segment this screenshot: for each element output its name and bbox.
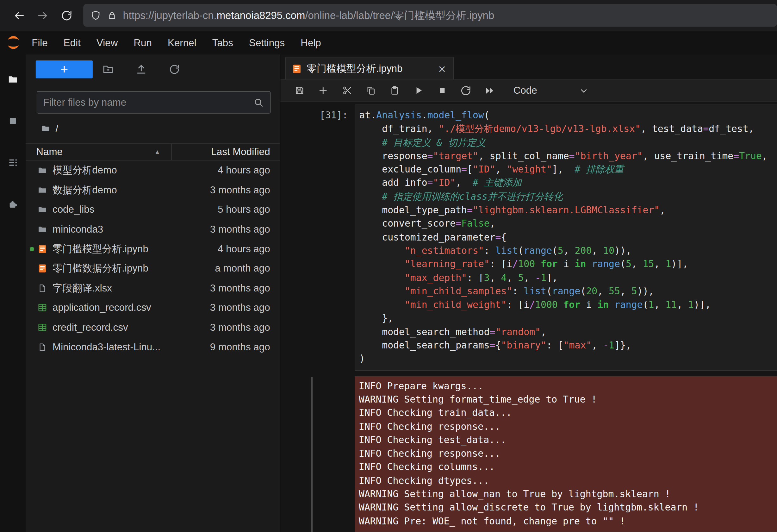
file-list: 模型分析demo4 hours ago数据分析demo3 months agoc… xyxy=(26,161,280,532)
stderr-output: INFO Prepare kwargs...WARNING Setting fo… xyxy=(355,376,777,532)
output-line: INFO Checking response... xyxy=(359,446,773,460)
file-row[interactable]: Miniconda3-latest-Linu...9 months ago xyxy=(26,337,280,357)
sort-by-name-header[interactable]: Name ▲ xyxy=(26,144,172,160)
file-row[interactable]: 数据分析demo3 months ago xyxy=(26,180,280,200)
menu-settings[interactable]: Settings xyxy=(241,31,293,55)
file-row[interactable]: miniconda33 months ago xyxy=(26,220,280,239)
csv-icon xyxy=(36,323,49,332)
file-row[interactable]: code_libs5 hours ago xyxy=(26,200,280,220)
code-line: convert_score=False, xyxy=(359,217,777,230)
notebook-icon xyxy=(292,64,302,74)
file-row[interactable]: 零门槛数据分析.ipynba month ago xyxy=(26,259,280,279)
tracking-shield-icon[interactable] xyxy=(90,10,101,21)
file-list-header: Name ▲ Last Modified xyxy=(26,143,280,161)
new-folder-icon xyxy=(102,63,114,75)
tab-notebook[interactable]: 零门槛模型分析.ipynb × xyxy=(286,58,454,80)
menu-tabs[interactable]: Tabs xyxy=(204,31,241,55)
cut-cells-button[interactable] xyxy=(335,80,359,101)
file-row[interactable]: 零门槛模型分析.ipynb4 hours ago xyxy=(26,239,280,259)
code-line: response="target", split_col_name="birth… xyxy=(359,149,777,163)
filter-files-input[interactable] xyxy=(43,97,253,108)
file-row[interactable]: 字段翻译.xlsx3 months ago xyxy=(26,279,280,298)
code-editor[interactable]: at.Analysis.model_flow( df_train, "./模型分… xyxy=(355,104,777,370)
paste-cells-button[interactable] xyxy=(382,80,406,101)
output-collapser[interactable] xyxy=(311,377,313,532)
sidebar-item-table-of-contents[interactable] xyxy=(0,142,26,184)
menu-file[interactable]: File xyxy=(24,31,56,55)
code-line: model_search_method="random", xyxy=(359,325,777,339)
code-line: "learning_rate": [i/100 for i in range(5… xyxy=(359,257,777,271)
file-name: code_libs xyxy=(52,204,172,216)
file-name: credit_record.csv xyxy=(52,322,172,333)
stop-icon xyxy=(437,86,447,95)
forward-button[interactable] xyxy=(31,3,54,27)
scissors-icon xyxy=(342,85,352,96)
code-line: model_search_params={"binary": ["max", -… xyxy=(359,339,777,352)
stop-square-icon xyxy=(8,116,18,126)
file-row[interactable]: credit_record.csv3 months ago xyxy=(26,318,280,337)
output-line: INFO Checking dtypes... xyxy=(359,474,773,488)
upload-button[interactable] xyxy=(134,61,149,78)
address-bar[interactable]: https://jupyterlab-cn.metanoia8295.com/o… xyxy=(83,4,777,27)
chevron-down-icon xyxy=(579,86,588,95)
restart-run-all-button[interactable] xyxy=(478,80,502,101)
file-name: 零门槛数据分析.ipynb xyxy=(52,262,172,275)
sidebar-item-extensions[interactable] xyxy=(0,184,26,225)
breadcrumb: / xyxy=(26,114,280,143)
main-dock-panel: 零门槛模型分析.ipynb × xyxy=(281,55,777,532)
file-icon xyxy=(36,342,49,352)
back-arrow-icon xyxy=(13,9,25,21)
sidebar-item-filebrowser[interactable] xyxy=(0,59,26,100)
code-cell: [31]: at.Analysis.model_flow( df_train, … xyxy=(281,104,777,370)
save-button[interactable] xyxy=(287,80,311,101)
copy-cells-button[interactable] xyxy=(359,80,382,101)
menu-help[interactable]: Help xyxy=(293,31,329,55)
insert-cell-button[interactable] xyxy=(311,80,335,101)
output-line: WARNING Setting format_time_edge to True… xyxy=(359,393,773,406)
menu-view[interactable]: View xyxy=(89,31,126,55)
lock-icon[interactable] xyxy=(107,10,117,20)
output-line: INFO Prepare kwargs... xyxy=(359,379,773,393)
close-tab-button[interactable]: × xyxy=(435,61,450,76)
tab-title: 零门槛模型分析.ipynb xyxy=(307,62,430,75)
running-kernel-dot xyxy=(28,247,36,251)
menu-edit[interactable]: Edit xyxy=(56,31,89,55)
refresh-button[interactable] xyxy=(54,3,78,27)
jupyter-logo-icon xyxy=(3,32,24,54)
folder-icon xyxy=(7,74,18,85)
back-button[interactable] xyxy=(7,3,31,27)
code-line: model_type_path="lightgbm.sklearn.LGBMCl… xyxy=(359,203,777,217)
execution-count-prompt: [31]: xyxy=(281,104,355,370)
notebook-toolbar: Code xyxy=(281,80,777,102)
output-line: INFO Checking test_data... xyxy=(359,433,773,447)
new-launcher-button[interactable]: + xyxy=(36,61,93,78)
interrupt-kernel-button[interactable] xyxy=(430,80,454,101)
output-line: INFO Checking columns... xyxy=(359,460,773,474)
run-cell-button[interactable] xyxy=(406,80,430,101)
refresh-file-list-button[interactable] xyxy=(167,61,182,78)
url-domain: metanoia8295.com xyxy=(217,9,305,21)
sort-ascending-icon: ▲ xyxy=(154,148,160,155)
file-row[interactable]: application_record.csv3 months ago xyxy=(26,298,280,318)
file-row[interactable]: 模型分析demo4 hours ago xyxy=(26,161,280,180)
breadcrumb-root[interactable]: / xyxy=(56,123,58,134)
new-folder-button[interactable] xyxy=(101,61,115,78)
jupyterlab-window: https://jupyterlab-cn.metanoia8295.com/o… xyxy=(0,0,777,532)
file-modified: 3 months ago xyxy=(172,224,280,235)
output-line: WARNING Setting allow_discrete to True b… xyxy=(359,501,773,514)
save-icon xyxy=(294,85,305,96)
sidebar-item-running-sessions[interactable] xyxy=(0,100,26,142)
file-name: 字段翻译.xlsx xyxy=(52,281,172,295)
restart-kernel-button[interactable] xyxy=(454,80,478,101)
home-folder-icon[interactable] xyxy=(40,123,50,133)
forward-arrow-icon xyxy=(36,9,49,21)
menu-kernel[interactable]: Kernel xyxy=(160,31,204,55)
file-name: 零门槛模型分析.ipynb xyxy=(52,242,172,255)
output-line: WARNING Pre: WOE_ not found, change pre … xyxy=(359,514,773,528)
csv-icon xyxy=(36,303,49,313)
cell-type-dropdown[interactable]: Code xyxy=(502,80,596,101)
file-modified: 3 months ago xyxy=(172,185,280,196)
menu-run[interactable]: Run xyxy=(126,31,160,55)
file-icon xyxy=(36,284,49,293)
sort-by-modified-header[interactable]: Last Modified xyxy=(172,144,280,160)
